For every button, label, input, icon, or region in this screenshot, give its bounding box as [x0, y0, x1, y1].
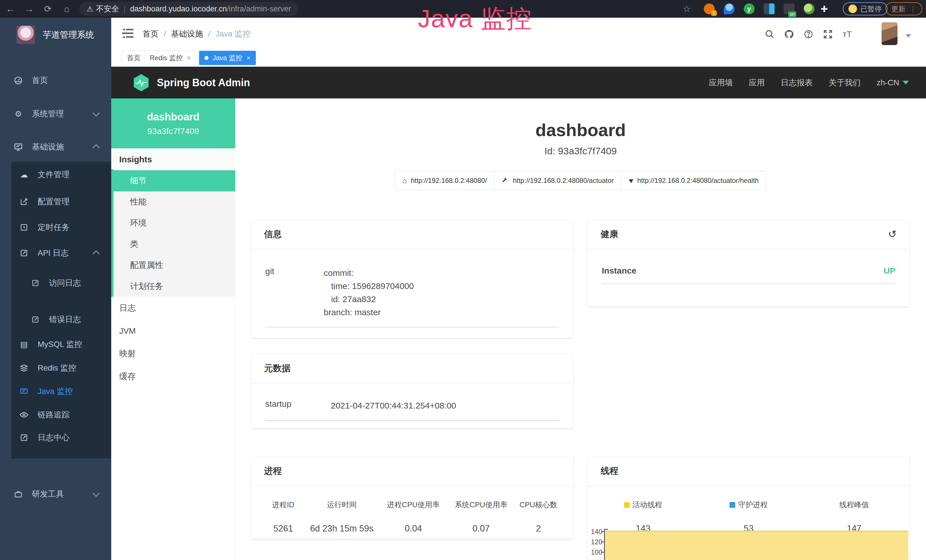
- extension-icon-1[interactable]: 1: [704, 3, 715, 14]
- service-url-button[interactable]: ⌂ http://192.168.0.2:48080/: [395, 171, 495, 190]
- instance-id-subtitle: Id: 93a3fc7f7409: [235, 145, 926, 157]
- tab-home[interactable]: 首页: [121, 51, 146, 65]
- extension-grid-icon[interactable]: [764, 3, 775, 14]
- menu-item-caches[interactable]: 缓存: [111, 365, 235, 388]
- browser-reload-icon[interactable]: ⟳: [40, 0, 56, 18]
- breadcrumb-home[interactable]: 首页: [142, 29, 159, 39]
- sidebar-item-redis[interactable]: Redis 监控: [0, 357, 111, 380]
- github-icon[interactable]: [781, 26, 797, 42]
- insight-item-classes[interactable]: 类: [111, 234, 235, 255]
- browser-menu-kebab-icon[interactable]: ⋮: [909, 5, 917, 13]
- legend-label: 活动线程: [632, 500, 662, 509]
- insight-item-environment[interactable]: 环境: [111, 212, 235, 234]
- sba-navbar: Spring Boot Admin 应用墙 应用 日志报表 关于我们 zh-CN: [111, 67, 926, 98]
- sba-nav-journal[interactable]: 日志报表: [781, 77, 813, 88]
- sidebar-item-label: 定时任务: [38, 222, 70, 233]
- search-icon[interactable]: [762, 26, 778, 42]
- health-instance-row[interactable]: Instance UP: [587, 266, 910, 275]
- browser-forward-icon[interactable]: →: [21, 0, 37, 18]
- instance-menu: 日志 JVM 映射 缓存: [111, 297, 235, 388]
- process-col-pid: 进程ID 5261: [262, 500, 304, 534]
- sidebar-item-log-center[interactable]: 日志中心: [0, 426, 111, 449]
- insight-item-details[interactable]: 细节: [111, 170, 235, 191]
- insight-label: 环境: [130, 217, 147, 229]
- menu-label: 映射: [119, 348, 136, 359]
- sidebar-item-infra[interactable]: 基础设施: [0, 136, 111, 158]
- sidebar-item-label: 研发工具: [32, 489, 64, 499]
- sba-locale-select[interactable]: zh-CN: [877, 78, 909, 87]
- hamburger-menu-icon[interactable]: [122, 29, 133, 38]
- sidebar-item-access-log[interactable]: 访问日志: [0, 272, 111, 294]
- sidebar-item-home[interactable]: 首页: [0, 69, 111, 92]
- help-icon[interactable]: [800, 26, 817, 42]
- sba-nav-applications[interactable]: 应用: [749, 77, 765, 88]
- menu-item-jvm[interactable]: JVM: [111, 319, 235, 342]
- font-size-icon[interactable]: ᴛT: [839, 26, 855, 42]
- home-icon: ⌂: [402, 176, 407, 185]
- tab-redis-monitor[interactable]: Redis 监控 ×: [144, 51, 196, 65]
- browser-back-icon[interactable]: ←: [2, 0, 18, 18]
- sidebar-item-label: Redis 监控: [38, 363, 76, 374]
- insight-item-metrics[interactable]: 性能: [111, 191, 235, 212]
- tab-java-monitor[interactable]: Java 监控 ×: [199, 51, 256, 65]
- breadcrumb-infra[interactable]: 基础设施: [171, 29, 203, 39]
- menu-label: 日志: [119, 303, 136, 314]
- extension-list-icon[interactable]: on: [784, 3, 794, 14]
- menu-item-mappings[interactable]: 映射: [111, 342, 235, 365]
- sidebar-item-dev-tools[interactable]: 研发工具: [0, 483, 111, 506]
- insight-item-scheduled-tasks[interactable]: 计划任务: [111, 276, 235, 297]
- chevron-down-icon: [903, 81, 909, 85]
- tab-label: 首页: [127, 53, 141, 62]
- insight-item-configprops[interactable]: 配置属性: [111, 255, 235, 276]
- user-avatar[interactable]: [882, 22, 897, 45]
- browser-home-icon[interactable]: ⌂: [59, 0, 75, 18]
- health-url: http://192.168.0.2:48080/actuator/health: [637, 177, 759, 185]
- metadata-card-header: 元数据: [251, 354, 573, 383]
- health-instance-label: Instance: [602, 266, 884, 275]
- sba-brand-title[interactable]: Spring Boot Admin: [157, 77, 250, 89]
- sba-nav-wallboard[interactable]: 应用墙: [709, 77, 733, 88]
- sidebar-item-jobs[interactable]: 定时任务: [0, 216, 111, 239]
- extension-pin-icon[interactable]: [724, 3, 735, 14]
- process-card-header: 进程: [251, 456, 573, 486]
- profile-paused-pill[interactable]: 已暂停: [843, 2, 888, 15]
- url-host: dashboard.yudao.iocoder.cn: [130, 5, 227, 14]
- sidebar-item-mysql[interactable]: ▤ MySQL 监控: [0, 333, 111, 356]
- fullscreen-icon[interactable]: [820, 26, 836, 42]
- threads-area-chart: 140 120 100: [587, 528, 910, 560]
- health-status-badge: UP: [884, 266, 896, 275]
- threads-card-title: 线程: [601, 465, 618, 477]
- col-value: 2: [515, 524, 562, 534]
- chevron-up-icon: [92, 250, 100, 257]
- sidebar-item-error-log[interactable]: 错误日志: [0, 308, 111, 331]
- bookmark-star-icon[interactable]: ☆: [679, 0, 695, 18]
- extensions-puzzle-icon[interactable]: ✚: [816, 0, 832, 18]
- health-url-button[interactable]: ♥ http://192.168.0.2:48080/actuator/heal…: [621, 171, 766, 190]
- app-logo-row[interactable]: 芋道管理系统: [0, 23, 111, 46]
- legend-yellow-swatch-icon: [624, 502, 630, 508]
- sidebar-item-config[interactable]: 配置管理: [0, 190, 111, 213]
- menu-item-logfile[interactable]: 日志: [111, 297, 235, 319]
- close-icon[interactable]: ×: [187, 54, 191, 62]
- sidebar-item-tracing[interactable]: 链路追踪: [0, 403, 111, 426]
- address-bar[interactable]: ⚠ 不安全 | dashboard.yudao.iocoder.cn/infra…: [79, 2, 299, 16]
- sidebar-item-files[interactable]: ☁ 文件管理: [0, 163, 111, 186]
- sidebar-item-java-monitor[interactable]: Java 监控: [0, 380, 111, 403]
- instance-header[interactable]: dashboard 93a3fc7f7409: [111, 98, 235, 148]
- sidebar-item-label: 链路追踪: [38, 409, 70, 420]
- sidebar-item-system[interactable]: ⚙ 系统管理: [0, 102, 111, 125]
- dashboard-icon: [13, 75, 23, 86]
- security-label[interactable]: 不安全: [96, 4, 119, 14]
- close-icon[interactable]: ×: [247, 54, 250, 62]
- legend-daemon: 守护进程: [696, 500, 801, 510]
- extension-y-icon[interactable]: y: [744, 3, 755, 14]
- info-key: git: [265, 266, 324, 319]
- process-card: 进程 进程ID 5261 运行时间 6d 23h 15m 59s 进程CPU使用…: [251, 456, 573, 539]
- update-browser-pill[interactable]: 更新 ⋮: [885, 2, 922, 15]
- sba-nav-about[interactable]: 关于我们: [829, 77, 861, 88]
- actuator-url-button[interactable]: http://192.168.0.2:48080/actuator: [494, 171, 622, 190]
- tick-mark: [601, 542, 604, 542]
- extension-leaf-icon[interactable]: [803, 3, 814, 14]
- history-icon[interactable]: ↺: [888, 228, 897, 240]
- sidebar-item-api-log[interactable]: API 日志: [0, 242, 111, 265]
